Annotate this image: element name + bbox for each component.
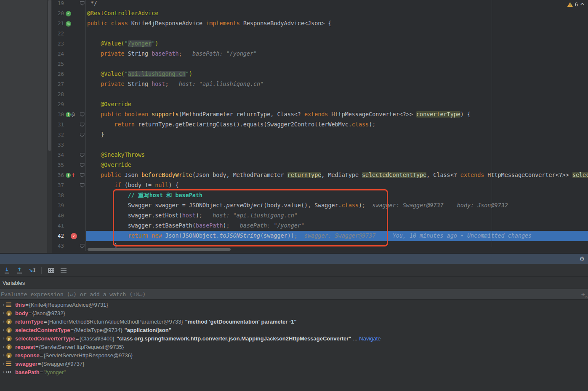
- code-text: @Value("api.liushigong.cn"): [86, 69, 588, 79]
- variable-value: {Knife4jResponseAdvice@9731}: [29, 302, 108, 308]
- git-blame-annotation: You, 10 minutes ago • Uncommitted change…: [393, 233, 532, 239]
- settings-gear-icon[interactable]: ⚙: [579, 256, 585, 262]
- spring-bean-icon[interactable]: [66, 21, 71, 27]
- line-number: 37: [52, 180, 64, 190]
- expand-chevron-icon[interactable]: ›: [1, 317, 6, 326]
- fold-marker-icon[interactable]: [80, 183, 85, 187]
- breakpoint-icon[interactable]: ✓: [71, 233, 77, 239]
- code-text: private String basePath; basePath: "/yon…: [86, 49, 588, 59]
- navigate-link[interactable]: Navigate: [359, 335, 380, 342]
- fold-marker-icon[interactable]: [80, 1, 85, 5]
- icon-baseline: [17, 273, 22, 273]
- fold-marker-icon[interactable]: [80, 123, 85, 127]
- code-line: 35 @Override: [52, 160, 588, 170]
- parameter-icon: p: [6, 311, 12, 316]
- variable-value-string: "application/json": [125, 327, 171, 333]
- code-line: 30↑@ public boolean supports(MethodParam…: [52, 110, 588, 120]
- code-text: Swagger swagger = JSONObject.parseObject…: [86, 201, 588, 211]
- fold-marker-icon[interactable]: [80, 112, 85, 117]
- expand-chevron-icon[interactable]: ›: [1, 300, 6, 309]
- panel-splitter[interactable]: [47, 0, 52, 253]
- expand-chevron-icon[interactable]: ›: [1, 326, 6, 334]
- run-to-cursor-icon: ↘: [29, 268, 33, 273]
- variable-row: ›prequest = {ServletServerHttpRequest@97…: [0, 343, 588, 351]
- code-line: 26 @Value("api.liushigong.cn"): [52, 69, 588, 79]
- spring-bean-icon[interactable]: ✓: [66, 11, 71, 16]
- fold-marker-icon[interactable]: [80, 173, 85, 177]
- left-tool-window: [0, 0, 47, 253]
- variables-list: ›this = {Knife4jResponseAdvice@9731}›pbo…: [0, 300, 588, 376]
- variable-name: request: [15, 344, 35, 350]
- text-cursor-icon: I: [33, 268, 35, 273]
- toolbar-separator: [41, 267, 42, 274]
- gutter: 41: [52, 221, 86, 231]
- code-text: @Override: [86, 99, 588, 110]
- gutter: 31: [52, 120, 86, 130]
- variable-name: basePath: [15, 369, 40, 375]
- expand-chevron-icon[interactable]: ›: [1, 343, 6, 351]
- line-number: 39: [52, 201, 64, 211]
- code-line: 24 private String basePath; basePath: "/…: [52, 49, 588, 59]
- gutter: 32: [52, 130, 86, 140]
- code-text: [86, 140, 588, 150]
- gutter: 27: [52, 79, 86, 89]
- step-out-button[interactable]: ↑: [14, 265, 24, 276]
- variable-row: ›pselectedContentType = {MediaType@9734}…: [0, 326, 588, 334]
- view-options-button[interactable]: [59, 265, 69, 276]
- evaluate-expression-input[interactable]: Evaluate expression (↵) or add a watch (…: [0, 289, 588, 300]
- expand-chevron-icon[interactable]: ›: [1, 334, 6, 343]
- red-up-arrow-icon: ↑: [71, 173, 75, 178]
- code-editor: 19 */20✓@RestControllerAdvice21public cl…: [0, 0, 588, 253]
- fold-marker-icon[interactable]: [80, 163, 85, 167]
- gutter: 42✓: [52, 231, 86, 241]
- code-line: 34 @SneakyThrows: [52, 150, 588, 160]
- overriding-method-icon[interactable]: ↑: [66, 112, 71, 117]
- variable-row: ›swagger = {Swagger@9737}: [0, 359, 588, 368]
- code-text: swagger.setBasePath(basePath); basePath:…: [86, 221, 588, 231]
- gutter: 38: [52, 190, 86, 201]
- code-text: swagger.setHost(host); host: "api.liushi…: [86, 211, 588, 221]
- step-out-icon: ↑: [17, 268, 21, 272]
- code-line: 23 @Value("/yonger"): [52, 39, 588, 49]
- code-line: 41 swagger.setBasePath(basePath); basePa…: [52, 221, 588, 231]
- parameter-icon: p: [6, 319, 12, 324]
- expand-chevron-icon[interactable]: ›: [1, 368, 6, 376]
- code-line: 38 // 重写host 和 basePath: [52, 190, 588, 201]
- code-line: 21public class Knife4jResponseAdvice imp…: [52, 19, 588, 29]
- variable-value: {ServletServerHttpResponse@9736}: [43, 352, 133, 359]
- layout-grid-button[interactable]: [46, 265, 56, 276]
- code-line: 25: [52, 59, 588, 69]
- run-to-cursor-button[interactable]: ↘ I: [27, 265, 37, 276]
- code-text: public class Knife4jResponseAdvice imple…: [86, 19, 588, 29]
- expand-chevron-icon[interactable]: ›: [1, 359, 6, 368]
- variable-name: swagger: [15, 361, 37, 367]
- add-watch-icon[interactable]: +oo: [581, 291, 585, 297]
- fold-marker-icon[interactable]: [80, 244, 85, 248]
- gutter: 26: [52, 69, 86, 79]
- variable-row: ›presponse = {ServletServerHttpResponse@…: [0, 351, 588, 359]
- debug-panel: ⚙ ↓ ↑ ↘ I Variables Evaluate expression …: [0, 253, 588, 391]
- variables-tab-label[interactable]: Variables: [0, 277, 588, 289]
- gutter: 28: [52, 89, 86, 99]
- editor-lines: 19 */20✓@RestControllerAdvice21public cl…: [52, 0, 588, 251]
- equals-sign: =: [25, 302, 29, 308]
- code-line: 27 private String host; host: "api.liush…: [52, 79, 588, 89]
- line-number: 23: [52, 39, 64, 49]
- code-line: 20✓@RestControllerAdvice: [52, 8, 588, 19]
- variable-value: {Class@3400}: [79, 335, 114, 342]
- code-text: // 重写host 和 basePath: [86, 190, 588, 201]
- code-line: 31 return returnType.getDeclaringClass()…: [52, 120, 588, 130]
- expand-chevron-icon[interactable]: ›: [1, 351, 6, 359]
- fold-marker-icon[interactable]: [80, 153, 85, 157]
- code-text: return new Json(JSONObject.toJSONString(…: [86, 231, 588, 241]
- chevron-up-icon[interactable]: ^: [580, 2, 585, 8]
- code-text: public Json beforeBodyWrite(Json body, M…: [86, 170, 588, 180]
- expand-chevron-icon[interactable]: ›: [1, 309, 6, 317]
- inspections-widget[interactable]: ! 6 ^: [567, 1, 585, 8]
- horizontal-scrollbar[interactable]: [88, 248, 231, 251]
- step-into-button[interactable]: ↓: [2, 265, 12, 276]
- fold-marker-icon[interactable]: [80, 133, 85, 137]
- code-text: [86, 59, 588, 69]
- implementing-method-icon[interactable]: I: [66, 173, 71, 178]
- scrollbar-thumb[interactable]: [48, 0, 51, 151]
